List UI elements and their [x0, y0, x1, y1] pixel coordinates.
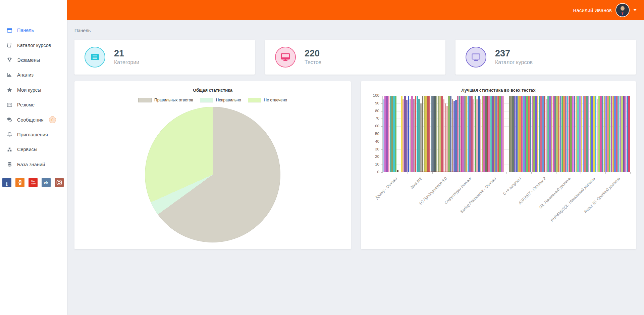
bar	[621, 96, 623, 172]
sidebar-item-label: Сообщения	[17, 117, 44, 123]
bar	[453, 101, 455, 172]
bar	[556, 96, 558, 172]
bar	[526, 96, 528, 172]
bar	[436, 96, 437, 172]
y-tick-label: 70	[367, 116, 379, 120]
bar	[602, 96, 603, 172]
avatar[interactable]	[616, 4, 629, 16]
sidebar-item-bar-chart[interactable]: Анализ	[0, 68, 67, 82]
bar	[588, 96, 589, 172]
bar	[488, 96, 490, 172]
stat-value: 21	[114, 49, 139, 59]
stat-label: Тестов	[305, 59, 321, 65]
bar	[570, 96, 572, 172]
bar	[410, 99, 411, 172]
y-tick-label: 0	[367, 170, 379, 174]
bar	[581, 96, 583, 172]
social-odnoklassniki-button[interactable]	[15, 178, 24, 187]
pie-chart-card: Общая статистика Правильных ответовНепра…	[74, 81, 351, 249]
bar	[586, 96, 588, 172]
user-menu[interactable]: Василий Иванов	[573, 0, 637, 20]
book-icon	[6, 42, 12, 48]
bar	[483, 96, 485, 172]
legend-item[interactable]: Правильных ответов	[138, 98, 193, 102]
monitor-filled-icon	[275, 47, 296, 68]
bar	[539, 96, 540, 172]
bar	[459, 96, 461, 172]
top-bar: Василий Иванов	[67, 0, 644, 20]
bar	[583, 96, 584, 172]
bar	[455, 100, 457, 172]
sidebar-item-cubes[interactable]: Сервисы	[0, 142, 67, 157]
bar	[547, 96, 549, 172]
bar	[431, 96, 432, 172]
sidebar-item-label: База знаний	[17, 162, 45, 167]
x-tick	[531, 172, 532, 174]
stat-card-тестов: 220Тестов	[265, 40, 445, 75]
bar	[546, 99, 547, 172]
y-tick-label: 60	[367, 124, 379, 128]
social-facebook-button[interactable]: f	[2, 178, 11, 187]
stat-text: 237Каталог курсов	[495, 49, 533, 66]
legend-swatch	[138, 98, 152, 102]
breadcrumb: Панель	[74, 28, 91, 33]
y-tick-label: 50	[367, 132, 379, 136]
bar	[521, 96, 523, 172]
bar	[542, 96, 544, 172]
sidebar-item-id-card[interactable]: Резюме	[0, 97, 67, 112]
pie-chart	[145, 107, 280, 242]
sidebar-item-dashboard[interactable]: Панель	[0, 23, 67, 38]
bar	[390, 96, 391, 172]
bar	[494, 96, 495, 172]
bar	[574, 96, 576, 172]
dashboard-icon	[6, 27, 12, 33]
bar	[420, 103, 422, 172]
sidebar-item-trophy[interactable]: Экзамены	[0, 53, 67, 68]
bar	[445, 103, 446, 172]
page: ПанельКаталог курсовЭкзаменыАнализМои ку…	[0, 0, 644, 315]
x-tick	[432, 172, 433, 174]
legend-item[interactable]: Не отвечено	[248, 98, 287, 102]
bar-chart-title: Лучшая статистика во всех тестах	[361, 81, 636, 93]
sidebar-item-book[interactable]: Каталог курсов	[0, 38, 67, 52]
bar	[401, 96, 402, 172]
bar	[609, 96, 610, 172]
bar	[478, 96, 480, 172]
stat-value: 220	[305, 49, 321, 59]
social-instagram-button[interactable]	[55, 178, 64, 187]
chevron-down-icon[interactable]	[633, 9, 637, 11]
bar	[457, 96, 459, 172]
sidebar-item-chat[interactable]: Сообщения0	[0, 112, 67, 127]
legend-label: Неправильно	[216, 98, 241, 102]
social-youtube-button[interactable]: YouTube	[29, 178, 38, 187]
social-vk-button[interactable]: vk	[42, 178, 51, 187]
trophy-icon	[6, 57, 12, 63]
bar	[625, 96, 626, 172]
stat-card-каталог курсов: 237Каталог курсов	[455, 40, 636, 75]
bar	[473, 99, 474, 172]
id-card-icon	[6, 102, 12, 108]
sidebar-item-star[interactable]: Мои курсы	[0, 83, 67, 97]
bar	[471, 96, 473, 172]
bar	[620, 96, 621, 172]
bell-icon	[6, 132, 12, 138]
bar	[514, 96, 516, 172]
bar	[411, 96, 413, 172]
bar	[429, 96, 431, 172]
bar	[518, 96, 519, 172]
bar	[424, 96, 425, 172]
y-tick-label: 100	[367, 93, 379, 97]
bar	[535, 96, 537, 172]
legend-item[interactable]: Неправильно	[200, 98, 241, 102]
bar	[567, 96, 569, 172]
sidebar-item-database[interactable]: База знаний	[0, 157, 67, 172]
bar	[502, 96, 504, 172]
bar	[593, 96, 595, 172]
sidebar-item-bell[interactable]: Приглашения	[0, 127, 67, 142]
bar	[497, 96, 499, 172]
x-tick	[408, 172, 408, 174]
sidebar-item-label: Анализ	[17, 72, 34, 78]
pie-chart-title: Общая статистика	[74, 81, 351, 93]
bar-plot: 1009080706050403020100jQuery - ОсновыJav…	[382, 96, 630, 172]
social-links: fYouTubevk	[2, 178, 64, 187]
